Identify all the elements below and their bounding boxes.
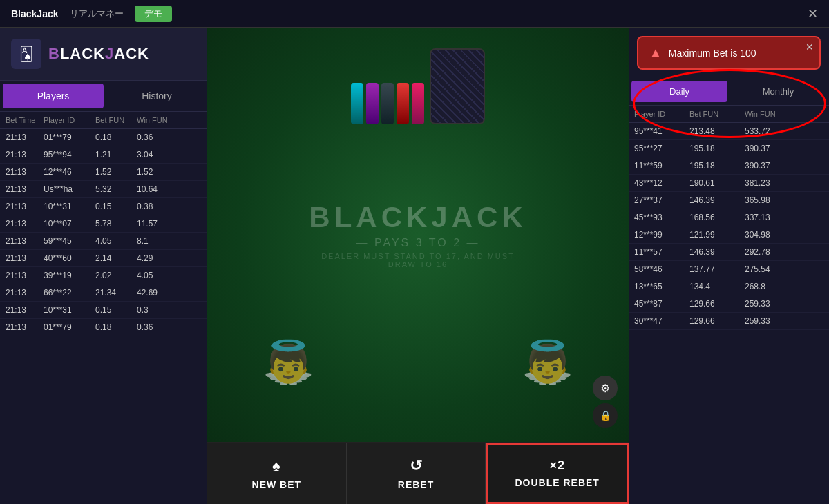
row-player: 95***94 xyxy=(44,150,95,159)
row-bet: 5.32 xyxy=(95,184,137,194)
right-tab-row: Daily Monthly xyxy=(629,78,829,106)
tab-history[interactable]: History xyxy=(106,81,207,111)
row-bet: 2.02 xyxy=(95,271,137,280)
row-player: 10***31 xyxy=(44,305,95,315)
row-bet: 21.34 xyxy=(95,288,137,298)
double-rebet-label: DOUBLE REBET xyxy=(515,477,599,488)
app-title: BlackJack xyxy=(11,8,59,19)
row-win: 11.57 xyxy=(137,219,178,229)
close-icon[interactable]: ✕ xyxy=(808,6,818,21)
row-bet: 146.39 xyxy=(689,247,745,257)
row-win: 0.38 xyxy=(137,202,178,211)
right-table-row: 45***93 168.56 337.13 xyxy=(629,209,829,226)
table-row: 21:13 39***19 2.02 4.05 xyxy=(0,267,207,284)
chip-purple xyxy=(366,83,379,124)
right-table-rows: 95***41 213.48 533.72 95***27 195.18 390… xyxy=(629,123,829,504)
right-table-row: 30***47 129.66 259.33 xyxy=(629,313,829,330)
double-rebet-button[interactable]: ×2 DOUBLE REBET xyxy=(486,443,629,504)
row-bet: 1.21 xyxy=(95,150,137,159)
cherub-right-icon: 👼 xyxy=(522,338,573,387)
right-table-row: 12***99 121.99 304.98 xyxy=(629,226,829,244)
row-bet: 4.05 xyxy=(95,236,137,246)
row-win: 292.78 xyxy=(745,247,793,257)
row-win: 8.1 xyxy=(137,236,178,246)
table-row: 21:13 10***31 0.15 0.3 xyxy=(0,302,207,319)
chip-stack xyxy=(351,83,424,124)
real-money-label[interactable]: リアルマネー xyxy=(70,8,124,20)
row-player: 40***60 xyxy=(44,253,95,263)
chip-teal xyxy=(351,83,363,124)
row-bet: 1.52 xyxy=(95,167,137,177)
new-bet-button[interactable]: ♠ NEW BET xyxy=(207,443,347,504)
table-row: 21:13 10***31 0.15 0.38 xyxy=(0,198,207,215)
table-row: 21:13 10***07 5.78 11.57 xyxy=(0,215,207,233)
tab-daily[interactable]: Daily xyxy=(631,81,727,102)
demo-button[interactable]: デモ xyxy=(135,6,172,22)
right-table-row: 95***27 195.18 390.37 xyxy=(629,140,829,157)
extra-button[interactable]: 🔒 xyxy=(593,403,618,428)
tab-monthly[interactable]: Monthly xyxy=(730,81,826,102)
row-player: 39***19 xyxy=(44,271,95,280)
logo-area: 🂡 BLACKJACK xyxy=(0,28,207,81)
new-bet-icon: ♠ xyxy=(272,457,281,475)
row-bet: 168.56 xyxy=(689,213,745,222)
row-win: 365.98 xyxy=(745,195,793,205)
row-player: 11***59 xyxy=(634,161,689,171)
row-player: 10***07 xyxy=(44,219,95,229)
row-bet: 5.78 xyxy=(95,219,137,229)
right-table-row: 13***65 134.4 268.8 xyxy=(629,278,829,295)
row-bet: 213.48 xyxy=(689,126,745,136)
table-row: 21:13 66***22 21.34 42.69 xyxy=(0,284,207,302)
row-win: 390.37 xyxy=(745,144,793,153)
row-win: 259.33 xyxy=(745,299,793,309)
tab-players[interactable]: Players xyxy=(3,84,104,108)
cherub-left-icon: 👼 xyxy=(263,338,314,387)
row-win: 1.52 xyxy=(137,167,178,177)
row-bet: 0.18 xyxy=(95,322,137,332)
settings-button[interactable]: ⚙ xyxy=(593,376,618,400)
row-win: 0.36 xyxy=(137,322,178,332)
rebet-button[interactable]: ↺ REBET xyxy=(347,443,486,504)
alert-close-button[interactable]: ✕ xyxy=(806,41,814,52)
row-time: 21:13 xyxy=(6,322,44,332)
row-bet: 129.66 xyxy=(689,316,745,326)
right-panel: ▲ Maximum Bet is 100 ✕ Daily Monthly Pla… xyxy=(629,28,829,504)
row-bet: 0.15 xyxy=(95,305,137,315)
game-rule: DEALER MUST STAND TO 17, AND MUST DRAW T… xyxy=(309,252,526,269)
top-bar: BlackJack リアルマネー デモ ✕ xyxy=(0,0,829,28)
table-row: 21:13 01***79 0.18 0.36 xyxy=(0,319,207,336)
col-win-fun: Win FUN xyxy=(137,116,178,124)
row-player: 66***22 xyxy=(44,288,95,298)
row-bet: 137.77 xyxy=(689,264,745,274)
left-tab-row: Players History xyxy=(0,81,207,112)
row-player: 58***46 xyxy=(634,264,689,274)
row-win: 10.64 xyxy=(137,184,178,194)
table-row: 21:13 01***79 0.18 0.36 xyxy=(0,129,207,146)
chip-pink xyxy=(412,83,424,124)
bottom-buttons: ♠ NEW BET ↺ REBET ×2 DOUBLE REBET xyxy=(207,442,629,504)
row-player: 45***93 xyxy=(634,213,689,222)
left-panel: 🂡 BLACKJACK Players History Bet Time Pla… xyxy=(0,28,207,504)
row-bet: 0.15 xyxy=(95,202,137,211)
table-row: 21:13 Us***ha 5.32 10.64 xyxy=(0,181,207,198)
col-player-id: Player ID xyxy=(44,116,95,124)
row-bet: 121.99 xyxy=(689,230,745,240)
right-table-row: 27***37 146.39 365.98 xyxy=(629,192,829,209)
right-table-row: 43***12 190.61 381.23 xyxy=(629,175,829,192)
table-row: 21:13 59***45 4.05 8.1 xyxy=(0,233,207,250)
rebet-label: REBET xyxy=(398,479,434,490)
row-win: 390.37 xyxy=(745,161,793,171)
table-row: 21:13 40***60 2.14 4.29 xyxy=(0,250,207,267)
col-bet-fun: Bet FUN xyxy=(95,116,137,124)
table-row: 21:13 95***94 1.21 3.04 xyxy=(0,146,207,164)
row-win: 533.72 xyxy=(745,126,793,136)
card-deck xyxy=(351,48,485,124)
alert-box: ▲ Maximum Bet is 100 ✕ xyxy=(637,36,821,70)
right-table-header: Player ID Bet FUN Win FUN xyxy=(629,106,829,123)
alert-icon: ▲ xyxy=(649,46,662,60)
chip-red xyxy=(397,83,409,124)
game-title: BLACKJACK xyxy=(309,201,526,234)
row-win: 259.33 xyxy=(745,316,793,326)
row-win: 304.98 xyxy=(745,230,793,240)
row-time: 21:13 xyxy=(6,133,44,142)
